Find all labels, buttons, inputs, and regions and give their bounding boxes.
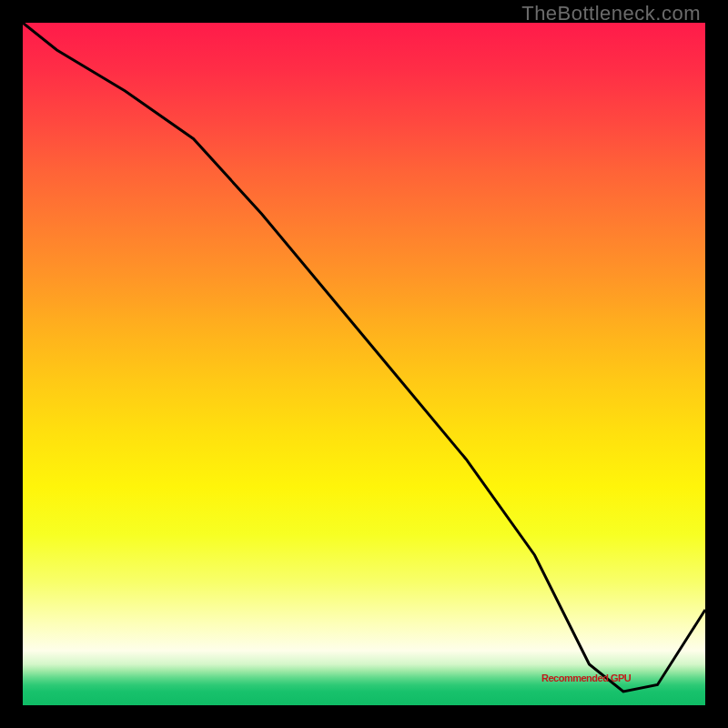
chart-frame: Recommended GPU: [23, 23, 705, 705]
gradient-background: [23, 23, 705, 705]
recommended-gpu-annotation: Recommended GPU: [541, 672, 631, 683]
chart-plot: [23, 23, 705, 705]
